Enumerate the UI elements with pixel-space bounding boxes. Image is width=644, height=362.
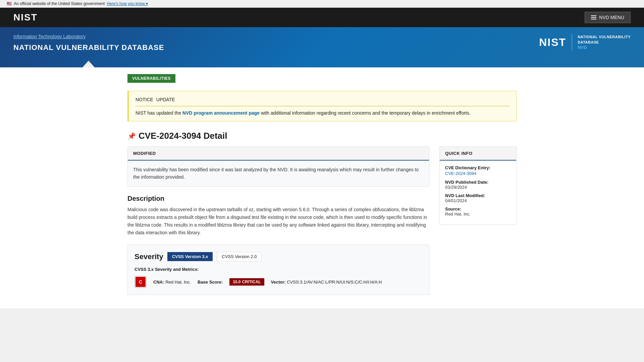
description-section: Description Malicious code was discovere…: [127, 195, 429, 237]
main-layout: MODIFIED This vulnerability has been mod…: [127, 146, 517, 295]
hamburger-icon: [591, 15, 596, 19]
base-score-label: Base Score:: [198, 280, 223, 285]
hero-title: NATIONAL VULNERABILITY DATABASE: [13, 43, 164, 52]
nvd-national-text: NATIONAL VULNERABILITY: [578, 35, 631, 40]
notice-box: NOTICE UPDATE NIST has updated the NVD p…: [127, 91, 517, 121]
content-area: VULNERABILITIES NOTICE UPDATE NIST has u…: [114, 67, 530, 308]
qi-source-label: Source:: [445, 206, 511, 212]
quick-info-body: CVE Dictionary Entry: CVE-2024-3094 NVD …: [440, 161, 516, 225]
qi-published: NVD Published Date: 03/29/2024: [445, 180, 511, 190]
quick-info-title: QUICK INFO: [440, 147, 516, 161]
modified-box: MODIFIED This vulnerability has been mod…: [127, 146, 429, 187]
heres-how-link[interactable]: Here's how you know ▾: [107, 1, 148, 6]
qi-source: Source: Red Hat, Inc.: [445, 206, 511, 217]
gov-banner-text: An official website of the United States…: [14, 1, 105, 6]
vector-label: Vector: CVSS:3.1/AV:N/AC:L/PR:N/UI:N/S:C…: [271, 280, 382, 285]
nvd-announcement-link[interactable]: NVD program announcement page: [182, 110, 260, 116]
description-text: Malicious code was discovered in the ups…: [127, 206, 429, 237]
hero-banner: Information Technology Laboratory NATION…: [0, 27, 644, 67]
cvss-row: C CNA: Red Hat, Inc. Base Score: 10.0 CR…: [135, 276, 422, 288]
cna-label: CNA: Red Hat, Inc.: [153, 280, 191, 285]
nvd-logo-text: NATIONAL VULNERABILITY DATABASE NVD: [578, 35, 631, 50]
cna-logo: C: [135, 276, 147, 288]
qi-modified-value: 04/01/2024: [445, 198, 511, 203]
critical-badge: 10.0 CRITICAL: [229, 278, 264, 286]
qi-modified-label: NVD Last Modified:: [445, 193, 511, 198]
nvd-logo: NIST NATIONAL VULNERABILITY DATABASE NVD: [539, 34, 631, 51]
cvss-metrics-label: CVSS 3.x Severity and Metrics:: [135, 267, 422, 272]
breadcrumb-link[interactable]: Information Technology Laboratory: [13, 34, 164, 39]
quick-info-box: QUICK INFO CVE Dictionary Entry: CVE-202…: [439, 146, 517, 225]
nvd-abbrev: NVD: [578, 45, 631, 50]
modified-body: This vulnerability has been modified sin…: [128, 161, 429, 186]
notice-divider: [136, 106, 509, 106]
qi-published-label: NVD Published Date:: [445, 180, 511, 185]
cve-title: CVE-2024-3094 Detail: [139, 131, 227, 141]
base-score-rating: CRITICAL: [242, 280, 261, 284]
hero-pointer: [83, 61, 95, 67]
qi-source-value: Red Hat, Inc.: [445, 212, 511, 217]
sidebar: QUICK INFO CVE Dictionary Entry: CVE-202…: [439, 146, 517, 295]
gov-banner: 🇺🇸 An official website of the United Sta…: [0, 0, 644, 8]
main-content: MODIFIED This vulnerability has been mod…: [127, 146, 429, 295]
qi-cve-dict-label: CVE Dictionary Entry:: [445, 165, 511, 170]
nvd-logo-divider: [572, 34, 572, 51]
notice-update-label: UPDATE: [156, 97, 175, 102]
cvss-v3-tab[interactable]: CVSS Version 3.x: [167, 252, 213, 261]
nvd-menu-label: NVD MENU: [599, 15, 624, 20]
qi-modified: NVD Last Modified: 04/01/2024: [445, 193, 511, 203]
notice-title: NOTICE UPDATE: [136, 97, 509, 103]
base-score-value: 10.0: [233, 280, 240, 284]
hero-right: NIST NATIONAL VULNERABILITY DATABASE NVD: [539, 34, 631, 51]
qi-cve-dict-link[interactable]: CVE-2024-3094: [445, 171, 476, 176]
modified-header: MODIFIED: [128, 147, 429, 161]
qi-cve-dict: CVE Dictionary Entry: CVE-2024-3094: [445, 165, 511, 176]
severity-header: Severity CVSS Version 3.x CVSS Version 2…: [135, 252, 422, 261]
pin-icon: 📌: [127, 132, 136, 140]
flag-icon: 🇺🇸: [7, 1, 12, 6]
cve-header: 📌 CVE-2024-3094 Detail: [127, 131, 517, 141]
nvd-menu-button[interactable]: NVD MENU: [585, 12, 631, 23]
nvd-database-text: DATABASE: [578, 40, 631, 45]
svg-text:C: C: [139, 279, 142, 285]
qi-published-value: 03/29/2024: [445, 185, 511, 190]
site-header: NIST NVD MENU: [0, 8, 644, 27]
vulnerabilities-badge[interactable]: VULNERABILITIES: [127, 74, 175, 83]
severity-label: Severity: [135, 252, 163, 261]
notice-text: NIST has updated the NVD program announc…: [136, 110, 509, 116]
description-title: Description: [127, 195, 429, 202]
nist-logo: NIST: [13, 12, 38, 23]
severity-box: Severity CVSS Version 3.x CVSS Version 2…: [127, 245, 429, 295]
hero-left: Information Technology Laboratory NATION…: [13, 34, 164, 52]
cvss-v2-tab[interactable]: CVSS Version 2.0: [217, 252, 262, 261]
nvd-nist-text: NIST: [539, 36, 566, 49]
